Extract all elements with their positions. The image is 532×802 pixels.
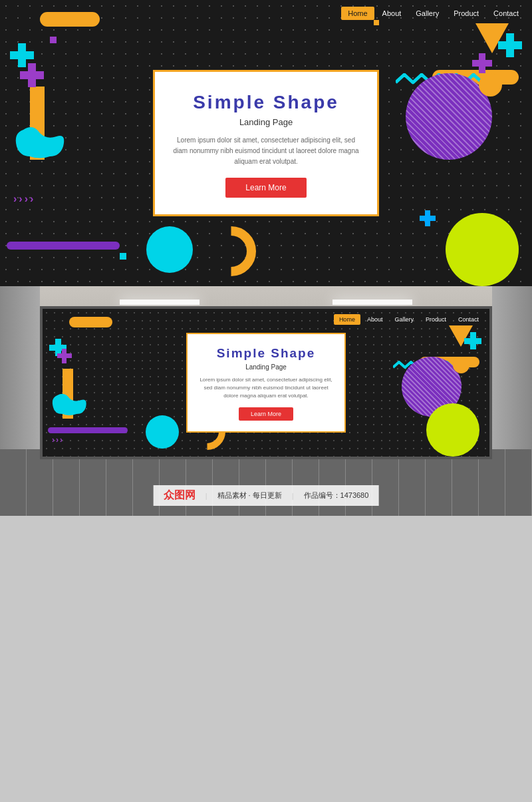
top-banner-section: Home About Gallery Product Contact › › (0, 0, 532, 286)
cyan-cross-bottomright (420, 210, 436, 226)
nav-home-bottom[interactable]: Home (334, 314, 360, 325)
purple-cross-bb (57, 349, 72, 363)
learn-more-button-top[interactable]: Learn More (225, 178, 306, 198)
center-card-bottom: Simple Shape Landing Page Lorem ipsum do… (186, 333, 346, 433)
orange-circle-bb (453, 357, 469, 373)
yellow-green-bb (426, 403, 479, 457)
card-title-bottom: Simple Shape (198, 346, 334, 361)
watermark-tagline: 精品素材 · 每日更新 (217, 491, 282, 501)
pixel-purple-1 (50, 37, 57, 43)
nav-home-top[interactable]: Home (341, 7, 374, 20)
nav-product-bottom[interactable]: Product (420, 314, 452, 325)
purple-cross-left (20, 63, 44, 87)
card-body-top: Lorem ipsum dolor sit amet, consectetuer… (172, 135, 360, 167)
purple-chevrons: › › › › (13, 193, 33, 205)
teal-blob-left (10, 120, 63, 160)
center-card-top: Simple Shape Landing Page Lorem ipsum do… (153, 70, 379, 216)
billboard-wrapper: Home About Gallery Product Contact (40, 306, 492, 459)
pixel-cyan-1 (120, 253, 126, 260)
nav-about-bottom[interactable]: About (362, 314, 388, 325)
learn-more-button-bottom[interactable]: Learn More (239, 407, 293, 421)
nav-contact-bottom[interactable]: Contact (453, 314, 484, 325)
card-subtitle-bottom: Landing Page (198, 363, 334, 371)
pixel-orange-1 (374, 20, 379, 25)
nav-gallery-top[interactable]: Gallery (409, 7, 446, 20)
watermark-label: 作品编号：1473680 (304, 491, 369, 501)
card-title-top: Simple Shape (172, 92, 360, 113)
yellow-green-circle-br (446, 213, 519, 286)
card-subtitle-top: Landing Page (172, 117, 360, 127)
purple-cross-topright (472, 53, 492, 73)
orange-circle-right (479, 73, 502, 97)
banner-top: Home About Gallery Product Contact › › (0, 0, 532, 286)
cyan-circle-bottom (146, 226, 193, 273)
light-fixture-right (332, 300, 412, 305)
watermark: 众图网 | 精品素材 · 每日更新 | 作品编号：1473680 (154, 485, 379, 506)
nav-about-top[interactable]: About (376, 7, 408, 20)
nav-gallery-bottom[interactable]: Gallery (389, 314, 419, 325)
purple-bar-bottom-left (7, 242, 120, 250)
orange-pill-shape (40, 12, 100, 27)
cyan-circle-bb (146, 415, 179, 449)
light-fixture-left (120, 300, 200, 305)
orange-pill-bottom (69, 317, 112, 327)
room-background: Home About Gallery Product Contact (0, 286, 532, 516)
nav-bar-top: Home About Gallery Product Contact (341, 7, 525, 20)
nav-product-top[interactable]: Product (447, 7, 485, 20)
nav-contact-top[interactable]: Contact (487, 7, 525, 20)
watermark-logo: 众图网 (164, 489, 196, 502)
cyan-cross-topright (498, 33, 522, 57)
orange-arc-bottom (206, 226, 256, 276)
teal-blob-bb (48, 389, 88, 421)
purple-bar-bb (48, 427, 128, 433)
card-body-bottom: Lorem ipsum dolor sit amet, consectetuer… (198, 376, 334, 400)
nav-bar-bottom: Home About Gallery Product Contact (334, 314, 484, 325)
cyan-cross-bb-tr (464, 332, 481, 349)
chevrons-bb: › › › (52, 435, 63, 445)
floor-tiles (0, 449, 532, 516)
